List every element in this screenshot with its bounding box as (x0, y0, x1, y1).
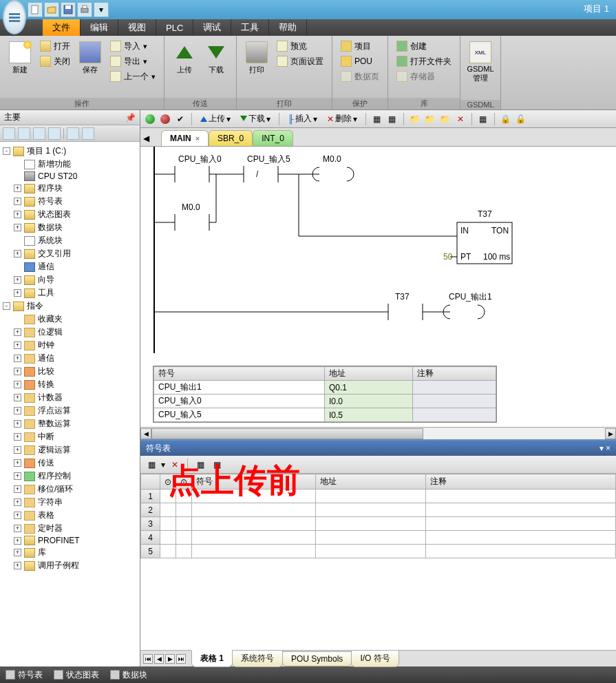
bp-tb-icon-1[interactable]: ▦ (145, 458, 158, 472)
bp-tb-icon-4[interactable]: ▦ (210, 458, 224, 472)
ladder-editor[interactable]: CPU_输入0 CPU_输入5 / M0.0 M0.0 (140, 146, 616, 427)
protect-pou-button[interactable]: POU (338, 54, 382, 69)
tree-cpu[interactable]: CPU ST20 (0, 171, 140, 182)
protect-project-button[interactable]: 项目 (338, 39, 382, 54)
menu-edit[interactable]: 编辑 (81, 19, 118, 36)
toolbar-upload-button[interactable]: 上传 ▾ (196, 113, 235, 125)
sb-symtable[interactable]: 符号表 (6, 669, 43, 681)
grid-row[interactable]: 4 (141, 531, 616, 545)
tree-bitlogic[interactable]: +位逻辑 (0, 326, 140, 339)
tab-sbr0[interactable]: SBR_0 (209, 130, 253, 146)
tree-crossref[interactable]: +交叉引用 (0, 247, 140, 260)
save-button[interactable]: 保存 (76, 39, 105, 78)
inline-symrow[interactable]: CPU_输出1Q0.1 (154, 381, 496, 395)
view-icon-5[interactable] (67, 127, 79, 140)
tree-interrupt[interactable]: +中断 (0, 430, 140, 443)
qat-print-icon[interactable] (77, 2, 92, 17)
upload-button[interactable]: 上传 (170, 39, 199, 78)
bp-tab-iosym[interactable]: I/O 符号 (351, 650, 399, 667)
tree-floatmath[interactable]: +浮点运算 (0, 404, 140, 417)
tab-main[interactable]: MAIN× (161, 130, 209, 146)
view-icon-2[interactable] (18, 127, 30, 140)
protect-datapage-button[interactable]: 数据页 (338, 69, 382, 84)
scroll-left-icon[interactable]: ◀ (140, 428, 151, 439)
tb-icon-f[interactable]: ✕ (454, 112, 467, 126)
lib-create-button[interactable]: 创建 (394, 39, 454, 54)
tree-newfeatures[interactable]: 新增功能 (0, 158, 140, 171)
tb-icon-i[interactable]: 🔓 (514, 112, 528, 126)
bp-tab-nav-next-icon[interactable]: ▶ (165, 654, 175, 664)
compile-icon[interactable]: ✔ (173, 112, 187, 126)
tree-counter[interactable]: +计数器 (0, 391, 140, 404)
view-icon-4[interactable] (48, 127, 61, 140)
lib-openfolder-button[interactable]: 打开文件夹 (394, 54, 454, 69)
close-button[interactable]: 关闭 (37, 54, 73, 69)
tree-comm2[interactable]: +通信 (0, 352, 140, 365)
bp-tab-nav-last-icon[interactable]: ⏭ (176, 654, 186, 664)
download-button[interactable]: 下载 (202, 39, 231, 78)
qat-save-icon[interactable] (61, 2, 76, 17)
grid-row[interactable]: 1 (141, 490, 616, 503)
tb-icon-e[interactable]: 📁 (438, 112, 452, 126)
col-head-icon[interactable]: ⊙ (180, 477, 187, 487)
bp-tab-nav-first-icon[interactable]: ⏮ (143, 654, 153, 664)
tree-wizard[interactable]: +向导 (0, 273, 140, 286)
import-button[interactable]: 导入 ▾ (107, 39, 158, 54)
app-menu-icon[interactable] (3, 0, 26, 34)
menu-tools[interactable]: 工具 (231, 19, 269, 36)
toolbar-insert-button[interactable]: ╟插入 ▾ (284, 113, 321, 125)
bp-tab-syssym[interactable]: 系统符号 (232, 650, 283, 667)
tree-tools[interactable]: +工具 (0, 286, 140, 300)
grid-row[interactable]: 5 (141, 545, 616, 558)
tree-convert[interactable]: +转换 (0, 378, 140, 391)
tree-string[interactable]: +字符串 (0, 496, 140, 509)
tree-lib[interactable]: +库 (0, 546, 140, 559)
tree-intmath[interactable]: +整数运算 (0, 417, 140, 430)
grid-row[interactable]: 3 (141, 517, 616, 531)
bp-tb-icon-3[interactable]: ▦ (193, 458, 207, 472)
tree-timer[interactable]: +定时器 (0, 522, 140, 535)
tree-progctrl[interactable]: +程序控制 (0, 470, 140, 483)
tb-icon-b[interactable]: ▦ (385, 112, 399, 126)
view-icon-6[interactable] (82, 127, 94, 140)
export-button[interactable]: 导出 ▾ (107, 54, 158, 69)
tree-symbol-table[interactable]: +符号表 (0, 195, 140, 208)
bp-tab-pousym[interactable]: POU Symbols (282, 651, 352, 666)
menu-help[interactable]: 帮助 (269, 19, 307, 36)
gsdml-button[interactable]: XMLGSDML 管理 (466, 39, 495, 86)
inline-symrow[interactable]: CPU_输入5I0.5 (154, 408, 496, 422)
project-tree[interactable]: -项目 1 (C:) 新增功能 CPU ST20 +程序块 +符号表 +状态图表… (0, 142, 140, 666)
tb-icon-c[interactable]: 📁 (408, 112, 422, 126)
tb-icon-a[interactable]: ▦ (370, 112, 384, 126)
close-tab-icon[interactable]: × (195, 134, 200, 143)
tree-transfer[interactable]: +传送 (0, 456, 140, 470)
tree-status-chart[interactable]: +状态图表 (0, 208, 140, 221)
bp-tb-icon-2[interactable]: ✕ (168, 458, 182, 472)
view-icon-1[interactable] (3, 127, 15, 140)
inline-symrow[interactable]: CPU_输入0I0.0 (154, 395, 496, 408)
tree-table[interactable]: +表格 (0, 509, 140, 522)
lib-memory-button[interactable]: 存储器 (394, 69, 454, 84)
tb-icon-h[interactable]: 🔒 (499, 112, 513, 126)
qat-dropdown-icon[interactable]: ▾ (94, 2, 109, 17)
tree-comm[interactable]: 通信 (0, 260, 140, 273)
menu-file[interactable]: 文件 (43, 19, 81, 36)
tree-program-block[interactable]: +程序块 (0, 182, 140, 195)
run-icon[interactable] (143, 112, 157, 126)
tb-icon-g[interactable]: ▦ (476, 112, 490, 126)
tree-data-block[interactable]: +数据块 (0, 221, 140, 234)
grid-row[interactable]: 2 (141, 503, 616, 517)
qat-new-icon[interactable] (28, 2, 43, 17)
editor-h-scrollbar[interactable]: ◀ ▶ (140, 427, 616, 439)
tree-profinet[interactable]: +PROFINET (0, 535, 140, 546)
tab-nav-left-icon[interactable]: ◀ (143, 134, 149, 143)
tree-project-root[interactable]: -项目 1 (C:) (0, 145, 140, 158)
tree-instructions-root[interactable]: -指令 (0, 300, 140, 313)
previous-button[interactable]: 上一个 ▾ (107, 69, 158, 84)
tree-callsub[interactable]: +调用子例程 (0, 559, 140, 572)
pagesetup-button[interactable]: 页面设置 (274, 54, 326, 69)
qat-open-icon[interactable] (44, 2, 59, 17)
tree-logicop[interactable]: +逻辑运算 (0, 443, 140, 456)
tree-clock[interactable]: +时钟 (0, 339, 140, 352)
new-button[interactable]: 新建 (6, 39, 34, 78)
